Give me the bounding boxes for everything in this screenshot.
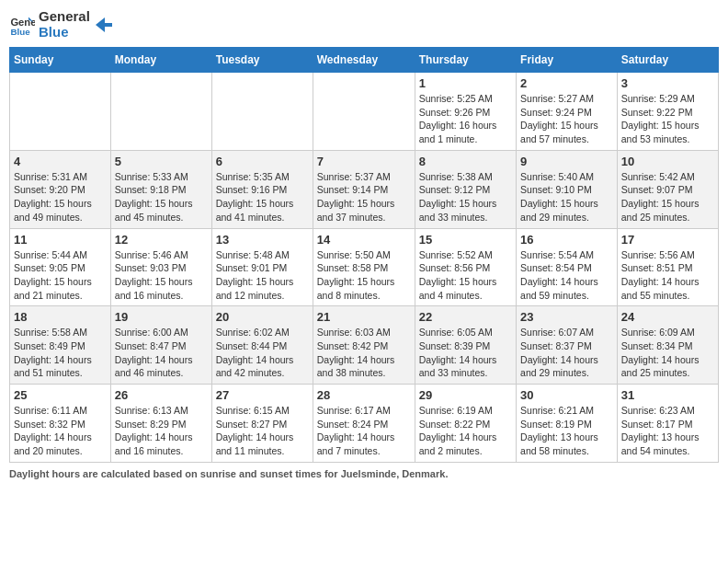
day-cell: 28Sunrise: 6:17 AM Sunset: 8:24 PM Dayli…: [313, 385, 415, 463]
day-number: 23: [520, 310, 613, 324]
day-info: Sunrise: 5:50 AM Sunset: 8:58 PM Dayligh…: [317, 248, 411, 303]
day-number: 11: [14, 233, 107, 247]
day-number: 20: [216, 310, 309, 324]
logo-blue: Blue: [39, 25, 90, 40]
day-number: 2: [520, 76, 613, 90]
day-cell: 10Sunrise: 5:42 AM Sunset: 9:07 PM Dayli…: [617, 150, 718, 228]
day-info: Sunrise: 5:56 AM Sunset: 8:51 PM Dayligh…: [621, 248, 714, 303]
day-info: Sunrise: 6:21 AM Sunset: 8:19 PM Dayligh…: [520, 404, 613, 458]
day-info: Sunrise: 6:05 AM Sunset: 8:39 PM Dayligh…: [419, 326, 512, 380]
day-number: 28: [317, 388, 411, 402]
day-info: Sunrise: 5:42 AM Sunset: 9:07 PM Dayligh…: [621, 170, 714, 224]
day-info: Sunrise: 6:03 AM Sunset: 8:42 PM Dayligh…: [317, 326, 411, 380]
day-number: 27: [216, 388, 309, 402]
day-info: Sunrise: 6:07 AM Sunset: 8:37 PM Dayligh…: [520, 326, 613, 380]
day-cell: 21Sunrise: 6:03 AM Sunset: 8:42 PM Dayli…: [313, 306, 415, 385]
week-row-5: 25Sunrise: 6:11 AM Sunset: 8:32 PM Dayli…: [10, 385, 719, 463]
day-number: 5: [115, 155, 208, 168]
day-cell: 13Sunrise: 5:48 AM Sunset: 9:01 PM Dayli…: [211, 228, 313, 306]
day-info: Sunrise: 6:02 AM Sunset: 8:44 PM Dayligh…: [216, 326, 309, 380]
day-number: 13: [216, 233, 309, 247]
svg-text:Blue: Blue: [10, 27, 30, 37]
day-number: 17: [621, 233, 714, 247]
day-cell: 2Sunrise: 5:27 AM Sunset: 9:24 PM Daylig…: [517, 73, 618, 151]
day-number: 25: [14, 388, 107, 402]
day-cell: 15Sunrise: 5:52 AM Sunset: 8:56 PM Dayli…: [415, 228, 516, 306]
day-number: 10: [621, 155, 714, 168]
day-info: Sunrise: 5:33 AM Sunset: 9:18 PM Dayligh…: [115, 170, 208, 224]
day-header-wednesday: Wednesday: [313, 48, 415, 73]
day-number: 19: [115, 310, 208, 324]
day-number: 21: [317, 310, 411, 324]
day-number: 3: [621, 76, 714, 90]
day-cell: 3Sunrise: 5:29 AM Sunset: 9:22 PM Daylig…: [617, 73, 718, 151]
day-header-sunday: Sunday: [10, 48, 111, 73]
day-cell: 23Sunrise: 6:07 AM Sunset: 8:37 PM Dayli…: [517, 306, 618, 385]
day-number: 22: [419, 310, 512, 324]
day-number: 29: [419, 388, 512, 402]
day-info: Sunrise: 5:52 AM Sunset: 8:56 PM Dayligh…: [419, 248, 512, 303]
day-info: Sunrise: 5:46 AM Sunset: 9:03 PM Dayligh…: [115, 248, 208, 303]
week-row-4: 18Sunrise: 5:58 AM Sunset: 8:49 PM Dayli…: [10, 306, 719, 385]
day-cell: 12Sunrise: 5:46 AM Sunset: 9:03 PM Dayli…: [110, 228, 211, 306]
day-number: 14: [317, 233, 411, 247]
day-info: Sunrise: 6:15 AM Sunset: 8:27 PM Dayligh…: [216, 404, 309, 458]
day-cell: 27Sunrise: 6:15 AM Sunset: 8:27 PM Dayli…: [211, 385, 313, 463]
day-cell: 22Sunrise: 6:05 AM Sunset: 8:39 PM Dayli…: [415, 306, 516, 385]
day-number: 26: [115, 388, 208, 402]
day-info: Sunrise: 5:31 AM Sunset: 9:20 PM Dayligh…: [14, 170, 107, 224]
day-number: 8: [419, 155, 512, 168]
day-number: 30: [520, 388, 613, 402]
logo-icon: General Blue: [9, 12, 35, 38]
day-info: Sunrise: 5:54 AM Sunset: 8:54 PM Dayligh…: [520, 248, 613, 303]
day-header-monday: Monday: [110, 48, 211, 73]
day-cell: 7Sunrise: 5:37 AM Sunset: 9:14 PM Daylig…: [313, 150, 415, 228]
day-info: Sunrise: 6:13 AM Sunset: 8:29 PM Dayligh…: [115, 404, 208, 458]
logo: General Blue General Blue: [9, 9, 112, 40]
week-row-1: 1Sunrise: 5:25 AM Sunset: 9:26 PM Daylig…: [10, 73, 719, 151]
day-cell: 1Sunrise: 5:25 AM Sunset: 9:26 PM Daylig…: [415, 73, 516, 151]
day-number: 6: [216, 155, 309, 168]
page-header: General Blue General Blue: [9, 9, 719, 40]
days-header-row: SundayMondayTuesdayWednesdayThursdayFrid…: [10, 48, 719, 73]
day-number: 4: [14, 155, 107, 168]
day-cell: [10, 73, 111, 151]
week-row-3: 11Sunrise: 5:44 AM Sunset: 9:05 PM Dayli…: [10, 228, 719, 306]
day-cell: 9Sunrise: 5:40 AM Sunset: 9:10 PM Daylig…: [517, 150, 618, 228]
day-cell: 29Sunrise: 6:19 AM Sunset: 8:22 PM Dayli…: [415, 385, 516, 463]
day-cell: 18Sunrise: 5:58 AM Sunset: 8:49 PM Dayli…: [10, 306, 111, 385]
day-info: Sunrise: 5:38 AM Sunset: 9:12 PM Dayligh…: [419, 170, 512, 224]
day-number: 15: [419, 233, 512, 247]
footer-description: are calculated based on sunrise and suns…: [83, 468, 448, 479]
day-info: Sunrise: 6:11 AM Sunset: 8:32 PM Dayligh…: [14, 404, 107, 458]
day-cell: 14Sunrise: 5:50 AM Sunset: 8:58 PM Dayli…: [313, 228, 415, 306]
day-info: Sunrise: 5:27 AM Sunset: 9:24 PM Dayligh…: [520, 92, 613, 146]
day-header-friday: Friday: [517, 48, 618, 73]
day-number: 24: [621, 310, 714, 324]
day-cell: [110, 73, 211, 151]
day-info: Sunrise: 6:17 AM Sunset: 8:24 PM Dayligh…: [317, 404, 411, 458]
day-cell: 8Sunrise: 5:38 AM Sunset: 9:12 PM Daylig…: [415, 150, 516, 228]
day-cell: 26Sunrise: 6:13 AM Sunset: 8:29 PM Dayli…: [110, 385, 211, 463]
day-info: Sunrise: 5:37 AM Sunset: 9:14 PM Dayligh…: [317, 170, 411, 224]
day-number: 18: [14, 310, 107, 324]
day-info: Sunrise: 6:23 AM Sunset: 8:17 PM Dayligh…: [621, 404, 714, 458]
day-cell: 19Sunrise: 6:00 AM Sunset: 8:47 PM Dayli…: [110, 306, 211, 385]
footer-note: Daylight hours are calculated based on s…: [9, 468, 719, 479]
day-info: Sunrise: 6:19 AM Sunset: 8:22 PM Dayligh…: [419, 404, 512, 458]
day-info: Sunrise: 5:25 AM Sunset: 9:26 PM Dayligh…: [419, 92, 512, 146]
day-info: Sunrise: 5:40 AM Sunset: 9:10 PM Dayligh…: [520, 170, 613, 224]
footer-label: Daylight hours: [9, 468, 80, 479]
day-cell: 6Sunrise: 5:35 AM Sunset: 9:16 PM Daylig…: [211, 150, 313, 228]
logo-arrow-icon: [94, 16, 112, 34]
day-cell: 17Sunrise: 5:56 AM Sunset: 8:51 PM Dayli…: [617, 228, 718, 306]
day-cell: 11Sunrise: 5:44 AM Sunset: 9:05 PM Dayli…: [10, 228, 111, 306]
day-cell: 16Sunrise: 5:54 AM Sunset: 8:54 PM Dayli…: [517, 228, 618, 306]
day-header-saturday: Saturday: [617, 48, 718, 73]
day-cell: 30Sunrise: 6:21 AM Sunset: 8:19 PM Dayli…: [517, 385, 618, 463]
day-info: Sunrise: 6:09 AM Sunset: 8:34 PM Dayligh…: [621, 326, 714, 380]
day-number: 1: [419, 76, 512, 90]
day-cell: [211, 73, 313, 151]
day-cell: 25Sunrise: 6:11 AM Sunset: 8:32 PM Dayli…: [10, 385, 111, 463]
day-cell: 31Sunrise: 6:23 AM Sunset: 8:17 PM Dayli…: [617, 385, 718, 463]
